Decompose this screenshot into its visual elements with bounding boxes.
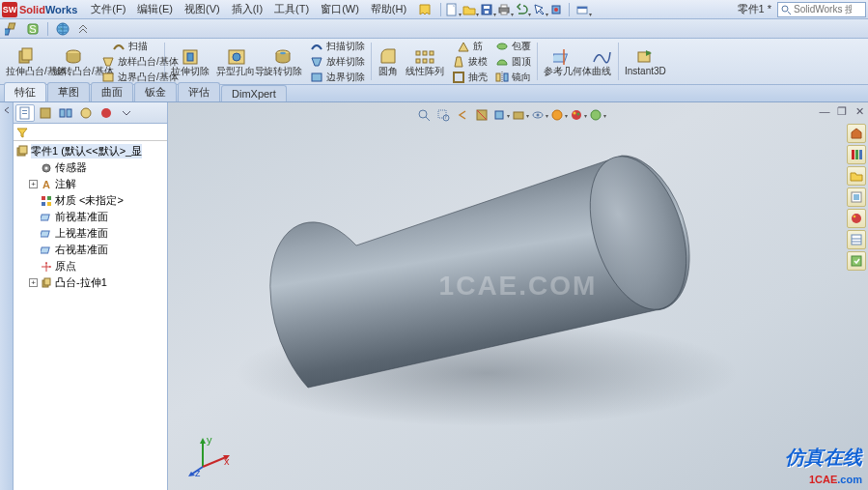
fm-tab-dimxpert[interactable] <box>76 104 96 122</box>
fm-tab-config[interactable] <box>56 104 75 122</box>
tab-surfaces[interactable]: 曲面 <box>91 82 133 101</box>
tree-item-material[interactable]: 材质 <未指定> <box>27 192 167 209</box>
svg-point-63 <box>81 108 91 118</box>
fm-tab-property[interactable] <box>36 104 55 122</box>
menu-view[interactable]: 视图(V) <box>179 0 226 18</box>
minimize-icon[interactable]: — <box>818 104 831 118</box>
view-triad-icon[interactable]: y x z <box>185 430 234 478</box>
open-button[interactable]: ▾ <box>462 2 477 17</box>
linear-pattern-button[interactable]: 线性阵列 <box>403 40 447 83</box>
tree-item-extrude1[interactable]: +凸台-拉伸1 <box>27 274 167 291</box>
rib-button[interactable]: 筋 <box>448 39 490 54</box>
svg-rect-6 <box>501 12 507 14</box>
svg-rect-70 <box>42 196 45 200</box>
cut-extrude-button[interactable]: 拉伸切除 <box>168 40 212 83</box>
curves-button[interactable]: 曲线 <box>588 40 615 83</box>
maximize-icon[interactable]: ❐ <box>835 104 849 118</box>
extrude-boss-button[interactable]: 拉伸凸台/基体 <box>3 40 49 83</box>
revolve-boss-button[interactable]: 旋转凸台/基体 <box>50 40 97 83</box>
menu-insert[interactable]: 插入(I) <box>226 0 268 18</box>
svg-text:z: z <box>195 467 201 478</box>
menu-file[interactable]: 文件(F) <box>85 0 131 18</box>
task-resources-icon[interactable] <box>847 124 866 143</box>
menu-help[interactable]: 帮助(H) <box>365 0 412 18</box>
menu-window[interactable]: 窗口(W) <box>315 0 365 18</box>
cut-sweep-button[interactable]: 扫描切除 <box>306 39 368 54</box>
cut-loft-button[interactable]: 放样切除 <box>306 54 368 70</box>
loft-button[interactable]: 放样凸台/基体 <box>98 54 161 70</box>
tree-item-top-plane[interactable]: 上视基准面 <box>27 225 167 242</box>
tree-item-origin[interactable]: 原点 <box>27 258 167 274</box>
scene-icon[interactable]: ▾ <box>550 106 568 124</box>
globe-icon[interactable] <box>54 20 71 38</box>
undo-button[interactable]: ▾ <box>514 2 529 17</box>
sweep-button[interactable]: 扫描 <box>98 39 161 54</box>
tree-item-right-plane[interactable]: 右视基准面 <box>27 242 167 258</box>
reference-geometry-button[interactable]: 参考几何体 <box>541 40 587 83</box>
zoom-fit-icon[interactable] <box>415 106 433 124</box>
boundary-button[interactable]: 边界凸台/基体 <box>98 70 161 85</box>
collapse-toggle-icon[interactable] <box>3 106 11 114</box>
menu-edit[interactable]: 编辑(E) <box>131 0 179 18</box>
tree-item-front-plane[interactable]: 前视基准面 <box>27 209 167 225</box>
task-view-palette-icon[interactable] <box>847 187 866 207</box>
3d-viewport[interactable]: 1CAE.COM y x z 仿真在线 1CAE.com <box>168 102 868 490</box>
feature-palette-icon[interactable] <box>4 20 21 38</box>
tree-root[interactable]: 零件1 (默认<<默认>_显 <box>14 143 167 159</box>
tab-dimxpert[interactable]: DimXpert <box>221 85 287 101</box>
close-icon[interactable]: ✕ <box>853 104 866 118</box>
tab-sheetmetal[interactable]: 钣金 <box>134 82 177 101</box>
tab-sketch[interactable]: 草图 <box>47 82 90 101</box>
wrap-button[interactable]: 包覆 <box>491 39 534 54</box>
instant3d-button[interactable]: Instant3D <box>622 40 668 83</box>
prev-view-icon[interactable] <box>454 106 471 124</box>
appearance-icon[interactable]: ▾ <box>570 106 587 124</box>
task-explorer-icon[interactable] <box>847 166 866 186</box>
fm-tab-tree[interactable] <box>15 104 35 122</box>
svg-rect-59 <box>22 113 27 114</box>
display-style-icon[interactable]: ▾ <box>512 106 529 124</box>
shell-button[interactable]: 抽壳 <box>448 70 490 85</box>
options-button[interactable]: ▾ <box>574 2 590 17</box>
search-input[interactable] <box>794 4 852 14</box>
hide-show-icon[interactable]: ▾ <box>531 106 548 124</box>
select-button[interactable]: ▾ <box>531 2 546 17</box>
tree-item-sensors[interactable]: 传感器 <box>27 159 167 176</box>
view-settings-icon[interactable]: ▾ <box>589 106 606 124</box>
svg-rect-96 <box>852 235 861 245</box>
menu-tools[interactable]: 工具(T) <box>268 0 315 18</box>
search-box[interactable] <box>777 2 866 17</box>
print-button[interactable]: ▾ <box>496 2 512 17</box>
menu-script-icon[interactable] <box>412 1 437 18</box>
dome-button[interactable]: 圆顶 <box>491 54 534 70</box>
expand-icon[interactable]: + <box>29 180 38 188</box>
task-library-icon[interactable] <box>847 145 866 164</box>
expand-icon[interactable]: + <box>29 278 38 287</box>
cut-revolve-button[interactable]: 旋转切除 <box>261 40 305 83</box>
mirror-button[interactable]: 镜向 <box>491 70 534 85</box>
zoom-area-icon[interactable] <box>434 106 452 124</box>
fm-tab-expand[interactable] <box>117 104 136 122</box>
svg-rect-76 <box>41 247 49 253</box>
task-appearance-icon[interactable] <box>847 209 866 228</box>
sketch-palette-icon[interactable]: S <box>24 20 42 38</box>
hole-wizard-button[interactable]: 异型孔向导 <box>213 40 260 83</box>
svg-rect-38 <box>504 73 508 81</box>
draft-button[interactable]: 拔模 <box>448 54 490 70</box>
filter-bar[interactable] <box>14 124 167 141</box>
save-button[interactable]: ▾ <box>479 2 494 17</box>
tree-item-annotations[interactable]: +A注解 <box>27 176 167 192</box>
document-title: 零件1 * <box>738 2 771 16</box>
cut-boundary-button[interactable]: 边界切除 <box>306 70 368 85</box>
new-doc-button[interactable]: ▾ <box>444 2 460 17</box>
fm-tab-display[interactable] <box>97 104 116 122</box>
rebuild-button[interactable] <box>548 2 564 17</box>
fillet-button[interactable]: 圆角 <box>375 40 402 83</box>
expand-icon[interactable] <box>74 20 92 38</box>
section-view-icon[interactable] <box>473 106 490 124</box>
task-recovery-icon[interactable] <box>847 251 866 271</box>
task-properties-icon[interactable] <box>847 230 866 249</box>
view-orientation-icon[interactable]: ▾ <box>492 106 510 124</box>
tab-evaluate[interactable]: 评估 <box>178 82 220 101</box>
tab-features[interactable]: 特征 <box>4 82 46 101</box>
